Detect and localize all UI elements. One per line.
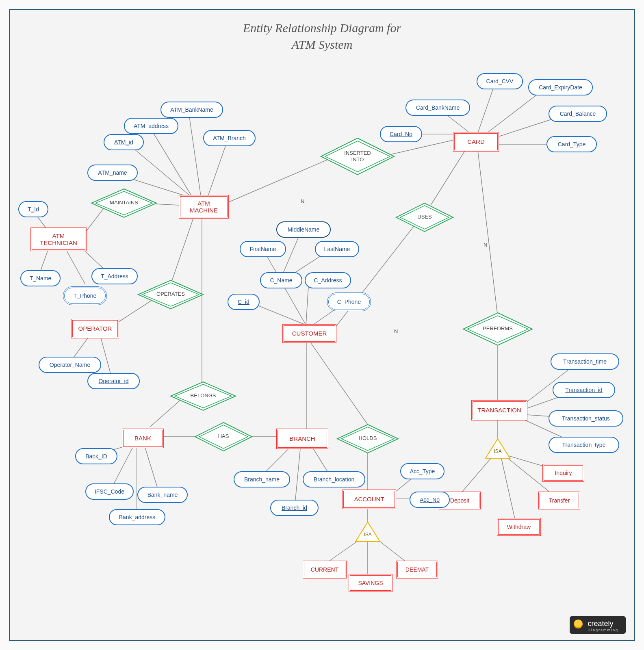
attr-atm-name: ATM_name xyxy=(87,165,138,181)
entity-card: CARD xyxy=(453,132,499,152)
attr-card-balance: Card_Balance xyxy=(549,106,607,122)
entity-operator: OPERATOR xyxy=(71,319,119,338)
svg-text:INSERTED: INSERTED xyxy=(344,150,371,156)
sub-current: CURRENT xyxy=(303,561,347,578)
sub-savings: SAVINGS xyxy=(349,574,392,592)
attr-c-address: C_Address xyxy=(305,272,351,288)
svg-text:BELONGS: BELONGS xyxy=(191,392,216,399)
attr-t-id: T_Id xyxy=(18,201,48,217)
attr-t-address: T_Address xyxy=(91,268,138,284)
attr-t-phone: T_Phone xyxy=(63,286,107,305)
label-n2: N xyxy=(394,328,398,334)
attr-c-phone: C_Phone xyxy=(327,292,371,311)
attr-branch-name: Branch_name xyxy=(234,471,290,488)
rel-holds: HOLDS xyxy=(337,425,398,453)
rel-belongs: BELONGS xyxy=(171,382,236,410)
brand-tag: Diagramming xyxy=(588,628,618,632)
attr-t-name: T_Name xyxy=(20,270,61,286)
attr-bank-name: Bank_name xyxy=(137,487,188,503)
attr-atm-address: ATM_address xyxy=(124,118,178,134)
entity-bank: BANK xyxy=(122,429,164,448)
label-n1: N xyxy=(301,198,304,204)
attr-card-expiry: Card_ExpiryDate xyxy=(528,79,593,95)
rel-inserted-into: INSERTEDINTO xyxy=(321,138,394,175)
svg-text:OPERATES: OPERATES xyxy=(156,291,185,297)
attr-lastname: LastName xyxy=(315,241,359,257)
attr-ifsc: IFSC_Code xyxy=(85,483,134,500)
isa-transaction: ISA xyxy=(486,439,510,458)
rel-performs: PERFORMS xyxy=(463,313,532,345)
attr-tx-id: Transaction_id xyxy=(553,382,615,398)
svg-text:ISA: ISA xyxy=(494,448,501,454)
attr-tx-time: Transaction_time xyxy=(551,353,619,370)
svg-text:USES: USES xyxy=(417,214,432,220)
attr-atm-bankname: ATM_BankName xyxy=(160,102,223,118)
svg-text:MAINTAINS: MAINTAINS xyxy=(110,199,138,206)
attr-operator-id: Operator_id xyxy=(87,373,140,389)
attr-atm-id: ATM_id xyxy=(104,134,144,150)
sub-withdraw: Withdraw xyxy=(497,518,541,536)
rel-maintains: MAINTAINS xyxy=(91,189,156,217)
brand-name: creately xyxy=(588,620,613,628)
attr-card-bankname: Card_BankName xyxy=(405,100,470,116)
attr-branch-id: Branch_id xyxy=(270,500,319,516)
attr-tx-status: Transaction_status xyxy=(549,410,623,427)
entity-transaction: TRANSACTION xyxy=(471,400,527,420)
svg-text:PERFORMS: PERFORMS xyxy=(483,325,513,332)
diagram-title: Entity Relationship Diagram for ATM Syst… xyxy=(10,20,634,53)
attr-bank-address: Bank_address xyxy=(109,509,165,525)
attr-card-no: Card_No xyxy=(380,126,422,142)
attr-branch-location: Branch_location xyxy=(303,471,365,488)
rel-operates: OPERATES xyxy=(138,280,203,309)
attr-c-name: C_Name xyxy=(260,272,302,288)
attr-operator-name: Operator_Name xyxy=(39,357,101,373)
title-line1: Entity Relationship Diagram for xyxy=(243,21,401,35)
attr-card-type: Card_Type xyxy=(546,136,597,152)
label-n3: N xyxy=(484,242,487,248)
svg-text:INTO: INTO xyxy=(351,156,364,162)
rel-uses: USES xyxy=(396,203,453,232)
attr-card-cvv: Card_CVV xyxy=(477,73,523,89)
attr-firstname: FirstName xyxy=(240,241,286,257)
entity-branch: BRANCH xyxy=(276,429,328,449)
attr-tx-type: Transaction_type xyxy=(549,437,619,453)
svg-text:ISA: ISA xyxy=(364,532,371,537)
brand-badge: creately Diagramming xyxy=(570,616,626,634)
sub-transfer: Transfer xyxy=(538,492,580,509)
attr-acc-type: Acc_Type xyxy=(400,463,445,479)
attr-acc-no: Acc_No xyxy=(410,492,450,508)
isa-account: ISA xyxy=(356,522,380,542)
attr-atm-branch: ATM_Branch xyxy=(203,130,256,146)
entity-customer: CUSTOMER xyxy=(282,324,336,343)
svg-text:HOLDS: HOLDS xyxy=(359,435,377,441)
attr-middlename: MiddleName xyxy=(276,221,331,238)
entity-account: ACCOUNT xyxy=(342,490,396,509)
entity-atm-machine: ATMMACHINE xyxy=(179,195,229,219)
sub-inquiry: Inquiry xyxy=(542,464,584,482)
attr-c-id: C_id xyxy=(228,294,260,310)
rel-has: HAS xyxy=(195,422,252,451)
svg-text:HAS: HAS xyxy=(218,433,229,439)
attr-bank-id: Bank_ID xyxy=(75,448,117,464)
title-line2: ATM System xyxy=(292,38,353,51)
sub-deemat: DEEMAT xyxy=(396,561,438,578)
entity-atm-technician: ATMTECHNICIAN xyxy=(30,228,87,251)
